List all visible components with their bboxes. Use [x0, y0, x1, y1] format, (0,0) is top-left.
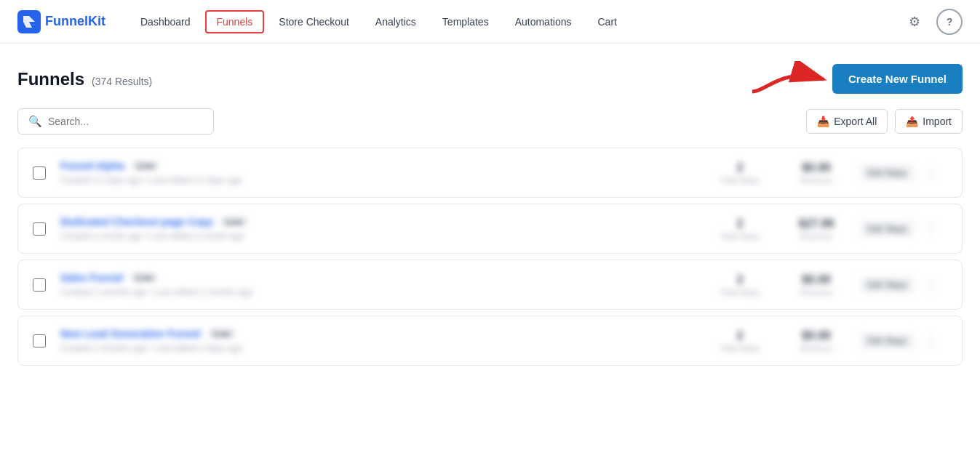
nav-cart[interactable]: Cart	[586, 10, 628, 33]
funnel-steps-2: 2 Total Steps	[707, 273, 773, 297]
revenue-value-1: $27.99	[787, 217, 845, 230]
logo[interactable]: FunnelKit	[17, 10, 105, 33]
nav-analytics[interactable]: Analytics	[364, 10, 428, 33]
funnel-info-0: Funnel Alpha Live Created 11 days ago • …	[60, 160, 693, 185]
funnel-badge-1: Live	[220, 216, 248, 228]
funnel-actions-2: Edit Steps ⋮	[860, 274, 947, 296]
funnel-revenue-1: $27.99 Revenue	[787, 217, 845, 241]
funnel-badge-2: Live	[130, 272, 158, 284]
funnel-name-1: Dedicated Checkout page Copy	[60, 216, 213, 228]
funnel-info-3: New Lead Generation Funnel Live Created …	[60, 328, 693, 353]
edit-steps-btn-0[interactable]: Edit Steps	[860, 164, 915, 182]
search-icon: 🔍	[28, 115, 42, 128]
row-menu-btn-2[interactable]: ⋮	[920, 274, 942, 296]
steps-value-2: 2	[707, 273, 773, 286]
edit-steps-btn-3[interactable]: Edit Steps	[860, 332, 915, 350]
revenue-value-3: $0.00	[787, 329, 845, 342]
funnel-badge-0: Live	[132, 160, 159, 172]
row-checkbox-0[interactable]	[33, 166, 46, 180]
funnel-name-2: Sales Funnel	[60, 272, 123, 284]
search-input[interactable]	[48, 116, 203, 127]
row-checkbox-3[interactable]	[33, 334, 46, 347]
red-arrow	[745, 61, 832, 97]
header-actions: ⚙ ?	[901, 9, 963, 35]
steps-value-0: 2	[707, 161, 773, 174]
funnel-meta-2: Created 2 months ago • Last edited 2 mon…	[60, 287, 693, 297]
funnel-name-area-2: Sales Funnel Live	[60, 272, 693, 284]
funnel-name-area-3: New Lead Generation Funnel Live	[60, 328, 693, 339]
import-button[interactable]: 📤 Import	[895, 109, 963, 134]
funnel-actions-1: Edit Steps ⋮	[860, 218, 947, 240]
funnel-actions-3: Edit Steps ⋮	[860, 330, 947, 352]
funnel-name-3: New Lead Generation Funnel	[60, 328, 201, 339]
funnel-meta-1: Created a month ago • Last edited a mont…	[60, 231, 693, 241]
funnel-meta-0: Created 11 days ago • Last edited 11 day…	[60, 175, 693, 185]
revenue-label-0: Revenue	[787, 176, 845, 185]
nav-funnels[interactable]: Funnels	[205, 10, 265, 33]
revenue-value-2: $0.00	[787, 273, 845, 286]
funnel-meta-3: Created 2 months ago • Last edited 3 day…	[60, 343, 693, 353]
table-row: Dedicated Checkout page Copy Live Create…	[17, 204, 963, 254]
funnel-steps-1: 2 Total Steps	[707, 217, 773, 241]
table-row: Funnel Alpha Live Created 11 days ago • …	[17, 148, 963, 198]
nav-dashboard[interactable]: Dashboard	[129, 10, 202, 33]
create-new-funnel-button[interactable]: Create New Funnel	[832, 64, 963, 94]
table-row: New Lead Generation Funnel Live Created …	[17, 316, 963, 366]
page-header: Funnels (374 Results) Create New Funnel	[17, 64, 963, 94]
funnel-steps-3: 2 Total Steps	[707, 329, 773, 353]
funnel-steps-0: 2 Total Steps	[707, 161, 773, 185]
cta-area: Create New Funnel	[832, 64, 963, 94]
funnel-name-area-0: Funnel Alpha Live	[60, 160, 693, 172]
nav-automations[interactable]: Automations	[503, 10, 583, 33]
row-menu-btn-3[interactable]: ⋮	[920, 330, 942, 352]
revenue-label-1: Revenue	[787, 232, 845, 241]
steps-value-1: 2	[707, 217, 773, 230]
main-content: Funnels (374 Results) Create New Funnel …	[0, 44, 980, 386]
main-nav: Dashboard Funnels Store Checkout Analyti…	[129, 10, 901, 33]
funnel-info-1: Dedicated Checkout page Copy Live Create…	[60, 216, 693, 241]
export-label: Export All	[834, 116, 877, 127]
logo-text: FunnelKit	[45, 14, 105, 29]
page-title-area: Funnels (374 Results)	[17, 69, 152, 89]
steps-label-1: Total Steps	[707, 232, 773, 241]
edit-steps-btn-1[interactable]: Edit Steps	[860, 220, 915, 238]
export-icon: 📥	[817, 116, 829, 127]
help-button[interactable]: ?	[936, 9, 963, 35]
funnel-revenue-0: $0.00 Revenue	[787, 161, 845, 185]
revenue-label-2: Revenue	[787, 288, 845, 297]
funnel-revenue-3: $0.00 Revenue	[787, 329, 845, 353]
row-checkbox-1[interactable]	[33, 222, 46, 236]
row-checkbox-2[interactable]	[33, 278, 46, 292]
search-box[interactable]: 🔍	[17, 108, 214, 134]
steps-label-2: Total Steps	[707, 288, 773, 297]
revenue-label-3: Revenue	[787, 344, 845, 353]
header: FunnelKit Dashboard Funnels Store Checko…	[0, 0, 980, 44]
import-icon: 📤	[906, 116, 918, 127]
steps-value-3: 2	[707, 329, 773, 342]
logo-icon	[17, 10, 41, 33]
toolbar: 🔍 📥 Export All 📤 Import	[17, 108, 963, 134]
funnel-revenue-2: $0.00 Revenue	[787, 273, 845, 297]
revenue-value-0: $0.00	[787, 161, 845, 174]
settings-button[interactable]: ⚙	[901, 9, 928, 35]
table-row: Sales Funnel Live Created 2 months ago •…	[17, 260, 963, 310]
nav-store-checkout[interactable]: Store Checkout	[267, 10, 361, 33]
import-label: Import	[923, 116, 952, 127]
page-title: Funnels	[17, 69, 84, 89]
toolbar-right: 📥 Export All 📤 Import	[806, 109, 963, 134]
steps-label-3: Total Steps	[707, 344, 773, 353]
steps-label-0: Total Steps	[707, 176, 773, 185]
funnel-name-0: Funnel Alpha	[60, 160, 124, 172]
row-menu-btn-1[interactable]: ⋮	[920, 218, 942, 240]
funnel-badge-3: Live	[208, 328, 236, 339]
funnel-list: Funnel Alpha Live Created 11 days ago • …	[17, 148, 963, 366]
results-count: (374 Results)	[92, 76, 152, 87]
funnel-name-area-1: Dedicated Checkout page Copy Live	[60, 216, 693, 228]
export-all-button[interactable]: 📥 Export All	[806, 109, 888, 134]
funnel-actions-0: Edit Steps ⋮	[860, 162, 947, 184]
funnel-info-2: Sales Funnel Live Created 2 months ago •…	[60, 272, 693, 297]
row-menu-btn-0[interactable]: ⋮	[920, 162, 942, 184]
edit-steps-btn-2[interactable]: Edit Steps	[860, 276, 915, 294]
nav-templates[interactable]: Templates	[431, 10, 501, 33]
